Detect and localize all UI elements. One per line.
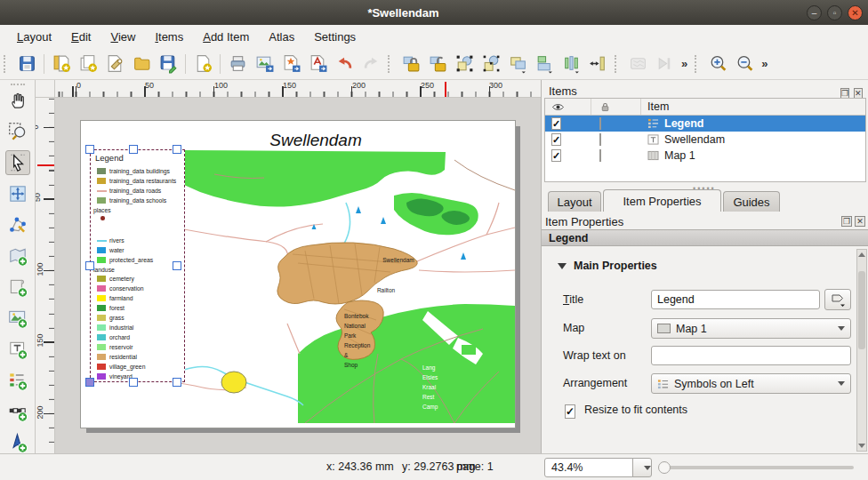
menu-settings[interactable]: Settings <box>304 28 366 46</box>
edit-nodes-item-button[interactable] <box>5 212 30 237</box>
atlas-settings-button[interactable] <box>625 52 650 76</box>
menu-add-item[interactable]: Add Item <box>193 28 259 46</box>
align-items-button[interactable] <box>532 52 557 76</box>
add-scalebar-button[interactable] <box>5 399 30 424</box>
selection-handle[interactable] <box>85 261 94 270</box>
legend-swatch <box>97 324 106 331</box>
scroll-up-icon[interactable] <box>858 252 865 257</box>
visibility-checkbox[interactable]: ✓ <box>551 117 561 130</box>
zoom-level-combo[interactable]: 43.4% <box>544 458 633 477</box>
menu-items[interactable]: Items <box>145 28 193 46</box>
resize-items-button[interactable] <box>585 52 610 76</box>
toolbar-drag-handle <box>615 55 621 73</box>
collapse-arrow-icon[interactable] <box>558 263 567 269</box>
zoom-out-button[interactable] <box>732 52 757 76</box>
close-icon[interactable]: ✕ <box>848 5 863 20</box>
lock-items-button[interactable] <box>398 52 423 76</box>
wrap-text-input[interactable] <box>651 346 851 365</box>
zoom-slider-handle[interactable] <box>658 461 671 474</box>
panel-float-icon[interactable]: ❐ <box>841 216 852 227</box>
redo-button[interactable] <box>358 52 383 76</box>
duplicate-layout-button[interactable] <box>76 52 100 76</box>
ungroup-items-button[interactable] <box>478 52 503 76</box>
unlock-items-button[interactable] <box>425 52 450 76</box>
export-svg-button[interactable] <box>278 52 303 76</box>
lock-checkbox[interactable] <box>599 149 601 162</box>
undo-button[interactable] <box>332 52 357 76</box>
selection-handle[interactable] <box>85 378 94 387</box>
export-image-button[interactable] <box>252 52 277 76</box>
tab-layout[interactable]: Layout <box>548 191 601 212</box>
toolbar-separator <box>185 54 186 74</box>
legend-title-input[interactable] <box>651 290 820 309</box>
resize-checkbox[interactable]: ✓ <box>565 403 575 419</box>
right-dock: Items ❐ ✕ Item ✓ Legend ✓ Swellendam ✓ M… <box>541 80 868 453</box>
highlight-ellipse-item[interactable] <box>221 372 246 393</box>
zoom-tool-button[interactable] <box>5 119 30 144</box>
zoom-combo-arrow[interactable] <box>632 458 652 477</box>
menu-atlas[interactable]: Atlas <box>259 28 304 46</box>
atlas-first-feature-button[interactable] <box>652 52 677 76</box>
raise-items-button[interactable] <box>505 52 530 76</box>
distribute-items-button[interactable] <box>559 52 583 76</box>
legend-item[interactable]: Legend training_data buildings training_… <box>90 149 185 382</box>
zoom-slider[interactable] <box>660 466 854 469</box>
group-items-button[interactable] <box>452 52 477 76</box>
add-north-arrow-button[interactable] <box>5 430 30 455</box>
properties-scrollbar[interactable] <box>856 249 867 452</box>
save-button[interactable] <box>14 52 39 76</box>
items-table[interactable]: Item ✓ Legend ✓ Swellendam ✓ Map 1 <box>544 98 866 182</box>
maximize-icon[interactable]: ▫ <box>827 5 842 20</box>
add-picture-button[interactable] <box>5 306 30 331</box>
add-3d-map-button[interactable] <box>5 275 30 300</box>
window-title: *Swellendam <box>0 6 807 20</box>
menu-layout[interactable]: Layout <box>7 28 61 46</box>
new-from-template-button[interactable] <box>190 52 215 76</box>
add-legend-button[interactable] <box>5 368 30 393</box>
add-map-button[interactable] <box>5 244 30 268</box>
selection-handle[interactable] <box>85 145 94 154</box>
minimize-icon[interactable]: – <box>807 5 822 20</box>
layout-page[interactable]: Swellendam <box>80 120 516 428</box>
selection-handle[interactable] <box>129 145 138 154</box>
add-label-button[interactable] <box>5 337 30 362</box>
pan-button[interactable] <box>5 88 30 113</box>
map-combo[interactable]: Map 1 <box>651 318 851 339</box>
toolbar-overflow-icon[interactable]: » <box>758 57 771 70</box>
legend-entry: industrial <box>91 323 184 332</box>
selection-handle[interactable] <box>173 145 181 154</box>
print-button[interactable] <box>225 52 250 76</box>
tab-item-properties[interactable]: Item Properties <box>603 189 721 212</box>
save-as-button[interactable] <box>156 52 181 76</box>
main-properties-group[interactable]: Main Properties <box>558 260 657 272</box>
arrangement-combo[interactable]: Symbols on Left <box>651 373 851 394</box>
data-defined-override-button[interactable] <box>824 289 851 310</box>
lock-checkbox[interactable] <box>599 117 601 130</box>
panel-close-icon[interactable]: ✕ <box>855 216 865 227</box>
move-item-content-button[interactable] <box>5 181 30 206</box>
tab-guides[interactable]: Guides <box>723 191 780 212</box>
selection-handle[interactable] <box>173 261 181 270</box>
open-button[interactable] <box>129 52 154 76</box>
legend-swatch <box>97 276 106 282</box>
lock-checkbox[interactable] <box>599 133 601 146</box>
items-row-swellendam[interactable]: ✓ Swellendam <box>545 132 865 148</box>
toolbar-overflow-icon[interactable]: » <box>678 57 691 70</box>
legend-swatch <box>97 305 106 311</box>
visibility-checkbox[interactable]: ✓ <box>551 133 561 146</box>
selection-handle[interactable] <box>129 378 138 387</box>
menu-view[interactable]: View <box>100 28 145 46</box>
scrollbar-thumb[interactable] <box>858 271 865 349</box>
select-move-item-button[interactable] <box>5 150 30 175</box>
layout-manager-button[interactable] <box>102 52 127 76</box>
zoom-in-button[interactable] <box>705 52 730 76</box>
items-row-legend[interactable]: ✓ Legend <box>545 116 865 132</box>
new-layout-button[interactable] <box>49 52 74 76</box>
selection-handle[interactable] <box>173 378 181 387</box>
items-row-map1[interactable]: ✓ Map 1 <box>545 148 865 164</box>
layout-canvas[interactable]: 0 50 100 150 200 250 300 0 50 100 150 20… <box>36 80 541 453</box>
scroll-down-icon[interactable] <box>858 444 865 448</box>
visibility-checkbox[interactable]: ✓ <box>551 149 561 162</box>
export-pdf-button[interactable] <box>305 52 330 76</box>
menu-edit[interactable]: Edit <box>61 28 100 46</box>
